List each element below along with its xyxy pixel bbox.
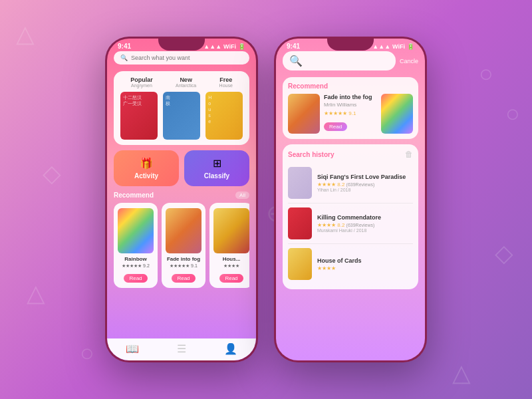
history-info-2: House of Cards ★★★★ — [317, 257, 413, 271]
read-button-0[interactable]: Read — [124, 274, 147, 283]
search-input-1[interactable] — [131, 55, 243, 61]
history-cover-0 — [288, 167, 312, 199]
search-icon-2: 🔍 — [289, 55, 303, 67]
rec-card-img2 — [381, 94, 413, 134]
activity-button[interactable]: 🎁 Activity — [114, 150, 179, 186]
signal-icon-2: ▲▲▲ — [372, 43, 390, 50]
history-info-0: Siqi Fang's First Love Paradise ★★★★ 8.2… — [317, 174, 413, 192]
battery-icon: 🔋 — [238, 43, 245, 50]
battery-icon-2: 🔋 — [407, 43, 414, 50]
rec-read-button[interactable]: Read — [324, 122, 347, 131]
stars-1: ★★★★★ 9.1 — [166, 263, 201, 269]
phone-2-content: 🔍 Cancle Recommend Fade into the fog Mrl… — [276, 51, 425, 289]
rec-stars: ★★★★★ 9.1 — [324, 110, 377, 116]
time-2: 9:41 — [287, 43, 300, 50]
history-section: Search history 🗑 Siqi Fang's First Love … — [283, 144, 418, 289]
cancel-button[interactable]: Cancle — [400, 58, 418, 65]
recommend-header: Recommend All — [114, 192, 249, 199]
phone-2: 9:41 ▲▲▲ WiFi 🔋 🔍 Cancle Recommend — [274, 37, 427, 362]
search-box[interactable]: 🔍 — [283, 51, 396, 70]
notch-1 — [158, 39, 205, 51]
trash-icon[interactable]: 🗑 — [405, 150, 413, 159]
all-button[interactable]: All — [235, 192, 249, 199]
book-cover-free[interactable]: House — [205, 92, 243, 140]
background-shapes: △ ○ ◇ △ ○ △ ◇ ○ ⊕ — [0, 0, 532, 399]
status-icons-1: ▲▲▲ WiFi 🔋 — [203, 43, 245, 50]
nav-home[interactable]: 📖 — [126, 342, 139, 355]
tab-free[interactable]: Free House — [219, 76, 233, 88]
search-bar-1[interactable]: 🔍 — [114, 51, 249, 65]
history-cover-1 — [288, 207, 312, 239]
wifi-icon-2: WiFi — [392, 43, 405, 50]
read-button-1[interactable]: Read — [172, 274, 195, 283]
classify-button[interactable]: ⊞ Classify — [184, 150, 249, 186]
phone-1-content: 🔍 Popular Angrymen New Antarctica Free — [107, 51, 256, 288]
phone-1-screen: 9:41 ▲▲▲ WiFi 🔋 🔍 Popular Angrymen — [107, 39, 256, 360]
status-icons-2: ▲▲▲ WiFi 🔋 — [372, 43, 414, 50]
book-cover-fog — [166, 208, 201, 253]
book-cover-new[interactable]: 南极 — [163, 92, 200, 140]
history-item-2[interactable]: House of Cards ★★★★ — [288, 244, 413, 284]
stars-0: ★★★★★ 9.2 — [118, 263, 154, 269]
book-card-2[interactable]: Hous... ★★★★ Read — [209, 203, 249, 288]
rec-cover-fog — [288, 94, 320, 134]
book-cover-popular[interactable]: 十二怒汉广一受汉 — [120, 92, 158, 140]
recommend-section: Recommend Fade into the fog Mrlin Willia… — [283, 77, 418, 139]
tab-new[interactable]: New Antarctica — [176, 76, 196, 88]
action-buttons: 🎁 Activity ⊞ Classify — [114, 150, 249, 186]
book-cover-house — [213, 208, 249, 253]
book-covers-row: 十二怒汉广一受汉 南极 House — [119, 92, 244, 140]
signal-icon: ▲▲▲ — [203, 43, 221, 50]
grid-icon: ⊞ — [213, 157, 221, 170]
tab-headers: Popular Angrymen New Antarctica Free Hou… — [119, 76, 244, 88]
book-card-0[interactable]: Rainbow ★★★★★ 9.2 Read — [114, 203, 158, 288]
gift-icon: 🎁 — [140, 157, 153, 170]
tab-popular[interactable]: Popular Angrymen — [130, 76, 153, 88]
search-icon: 🔍 — [120, 55, 128, 61]
rec-card-0: Fade into the fog Mrlin Williams ★★★★★ 9… — [288, 94, 377, 134]
notch-2 — [327, 39, 374, 51]
read-button-2[interactable]: Read — [219, 274, 243, 283]
history-stars-2: ★★★★ — [317, 265, 413, 271]
nav-profile[interactable]: 👤 — [224, 342, 237, 355]
history-header: Search history 🗑 — [288, 150, 413, 159]
history-item-0[interactable]: Siqi Fang's First Love Paradise ★★★★ 8.2… — [288, 163, 413, 203]
book-cards-row: Rainbow ★★★★★ 9.2 Read Fade into fog ★★★… — [114, 203, 249, 288]
search-input-2[interactable] — [305, 58, 389, 65]
phone-1: 9:41 ▲▲▲ WiFi 🔋 🔍 Popular Angrymen — [105, 37, 258, 362]
rec-cards: Fade into the fog Mrlin Williams ★★★★★ 9… — [288, 94, 413, 134]
history-info-1: Killing Commendatore ★★★★ 8.2 (639Review… — [317, 214, 413, 233]
history-stars-1: ★★★★ 8.2 (639Reviews) — [317, 222, 413, 228]
nav-list[interactable]: ☰ — [177, 342, 186, 355]
book-tabs: Popular Angrymen New Antarctica Free Hou… — [114, 71, 249, 145]
book-card-1[interactable]: Fade into fog ★★★★★ 9.1 Read — [162, 203, 205, 288]
time-1: 9:41 — [118, 43, 131, 50]
wifi-icon: WiFi — [223, 43, 236, 50]
history-item-1[interactable]: Killing Commendatore ★★★★ 8.2 (639Review… — [288, 203, 413, 244]
rec-card-info: Fade into the fog Mrlin Williams ★★★★★ 9… — [324, 94, 377, 131]
book-cover-rainbow — [118, 208, 154, 253]
search-bar-2: 🔍 Cancle — [283, 51, 418, 70]
history-cover-2 — [288, 248, 312, 280]
stars-2: ★★★★ — [213, 263, 249, 269]
phone-2-screen: 9:41 ▲▲▲ WiFi 🔋 🔍 Cancle Recommend — [276, 39, 425, 360]
bottom-nav: 📖 ☰ 👤 — [107, 338, 256, 360]
history-stars-0: ★★★★ 8.2 (639Reviews) — [317, 182, 413, 188]
